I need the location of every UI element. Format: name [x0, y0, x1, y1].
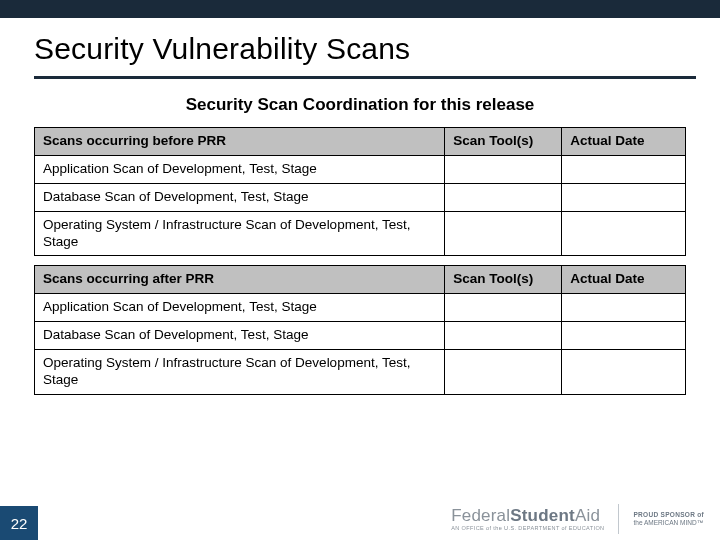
table-header-before: Scans occurring before PRR Scan Tool(s) … — [35, 128, 686, 156]
fsa-logo-text: FederalStudentAid — [451, 507, 604, 524]
scan-table-container: Scans occurring before PRR Scan Tool(s) … — [34, 127, 686, 395]
table-row: Operating System / Infrastructure Scan o… — [35, 211, 686, 256]
cell-date — [562, 155, 686, 183]
cell-date — [562, 294, 686, 322]
cell-tool — [445, 211, 562, 256]
cell-date — [562, 183, 686, 211]
cell-date — [562, 211, 686, 256]
header-tool: Scan Tool(s) — [445, 128, 562, 156]
table-row: Application Scan of Development, Test, S… — [35, 155, 686, 183]
page-subtitle: Security Scan Coordination for this rele… — [0, 79, 720, 127]
page-title: Security Vulnerability Scans — [0, 18, 720, 74]
slide: Security Vulnerability Scans Security Sc… — [0, 0, 720, 540]
footer: 22 FederalStudentAid AN OFFICE of the U.… — [0, 506, 720, 540]
cell-desc: Database Scan of Development, Test, Stag… — [35, 183, 445, 211]
header-date: Actual Date — [562, 266, 686, 294]
table-header-after: Scans occurring after PRR Scan Tool(s) A… — [35, 266, 686, 294]
cell-tool — [445, 294, 562, 322]
cell-tool — [445, 155, 562, 183]
cell-tool — [445, 322, 562, 350]
section-gap — [35, 256, 686, 266]
sponsor-line1: PROUD SPONSOR of — [633, 511, 704, 519]
cell-desc: Database Scan of Development, Test, Stag… — [35, 322, 445, 350]
cell-desc: Operating System / Infrastructure Scan o… — [35, 350, 445, 395]
fsa-word-federal: Federal — [451, 506, 510, 525]
table-row: Database Scan of Development, Test, Stag… — [35, 322, 686, 350]
table-row: Database Scan of Development, Test, Stag… — [35, 183, 686, 211]
table-row: Application Scan of Development, Test, S… — [35, 294, 686, 322]
fsa-word-student: Student — [510, 506, 575, 525]
header-tool: Scan Tool(s) — [445, 266, 562, 294]
cell-date — [562, 322, 686, 350]
divider — [618, 504, 619, 534]
scan-coordination-table: Scans occurring before PRR Scan Tool(s) … — [34, 127, 686, 395]
cell-date — [562, 350, 686, 395]
page-number: 22 — [0, 506, 38, 540]
fsa-logo: FederalStudentAid AN OFFICE of the U.S. … — [451, 507, 604, 532]
sponsor-tagline: PROUD SPONSOR of the AMERICAN MIND™ — [633, 511, 704, 527]
header-desc: Scans occurring before PRR — [35, 128, 445, 156]
cell-tool — [445, 183, 562, 211]
fsa-subtext: AN OFFICE of the U.S. DEPARTMENT of EDUC… — [451, 526, 604, 532]
footer-branding: FederalStudentAid AN OFFICE of the U.S. … — [451, 504, 704, 534]
header-date: Actual Date — [562, 128, 686, 156]
sponsor-line2: the AMERICAN MIND™ — [633, 519, 704, 527]
cell-desc: Operating System / Infrastructure Scan o… — [35, 211, 445, 256]
fsa-word-aid: Aid — [575, 506, 600, 525]
top-accent-bar — [0, 0, 720, 18]
cell-desc: Application Scan of Development, Test, S… — [35, 155, 445, 183]
header-desc: Scans occurring after PRR — [35, 266, 445, 294]
cell-tool — [445, 350, 562, 395]
table-row: Operating System / Infrastructure Scan o… — [35, 350, 686, 395]
cell-desc: Application Scan of Development, Test, S… — [35, 294, 445, 322]
